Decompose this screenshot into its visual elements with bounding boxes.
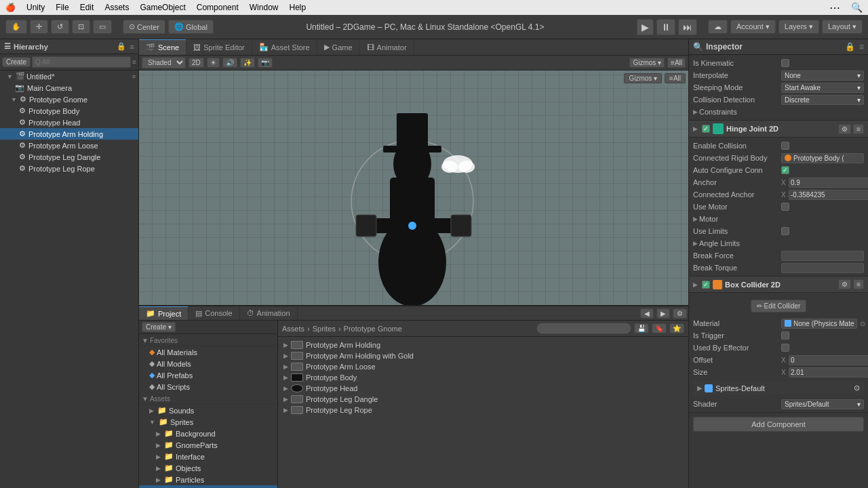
play-button[interactable]: ▶ — [637, 19, 654, 35]
tab-game[interactable]: ▶ Game — [317, 39, 360, 55]
hierarchy-item-body[interactable]: ⚙ Prototype Body — [0, 105, 138, 117]
offset-x-input[interactable] — [789, 355, 868, 365]
hierarchy-item-arm-loose[interactable]: ⚙ Prototype Arm Loose — [0, 140, 138, 151]
is-trigger-checkbox[interactable] — [781, 331, 789, 340]
conn-anchor-x-input[interactable] — [789, 190, 868, 200]
expand-bottom-btn[interactable]: ▶ — [656, 308, 670, 319]
tab-project[interactable]: 📁 Project — [139, 306, 189, 320]
lighting-toggle[interactable]: ☀ — [207, 58, 220, 68]
box-collider-enabled-checkbox[interactable] — [702, 281, 710, 289]
2d-toggle[interactable]: 2D — [189, 58, 204, 68]
motor-row[interactable]: ▶ Motor — [693, 213, 864, 225]
asset-save-btn[interactable]: 💾 — [634, 323, 649, 333]
asset-item-arm-loose[interactable]: ▶ Prototype Arm Loose — [281, 361, 686, 372]
step-button[interactable]: ⏭ — [678, 19, 697, 35]
all-prefabs-item[interactable]: ◆ All Prefabs — [139, 369, 277, 381]
breadcrumb-protognome[interactable]: Prototype Gnome — [344, 325, 402, 333]
gizmos-btn[interactable]: Gizmos ▾ — [629, 58, 665, 68]
auto-configure-checkbox[interactable] — [781, 166, 789, 174]
connected-body-value[interactable]: Prototype Body ( — [781, 153, 864, 163]
scene-view[interactable]: Gizmos ▾ ≡All — [139, 70, 688, 305]
breadcrumb-sprites[interactable]: Sprites — [313, 325, 336, 333]
size-x-input[interactable] — [789, 367, 868, 378]
background-folder[interactable]: ▶ 📁 Background — [139, 428, 277, 439]
box-collider-settings-btn[interactable]: ⚙ — [838, 279, 851, 289]
used-by-effector-checkbox[interactable] — [781, 344, 789, 352]
inspector-settings[interactable]: ≡ — [859, 42, 864, 52]
hinge-joint-header[interactable]: ▶ Hinge Joint 2D ⚙ ≡ — [689, 121, 868, 138]
menu-file[interactable]: File — [56, 3, 68, 12]
asset-search[interactable] — [536, 323, 631, 334]
menu-gameobject[interactable]: GameObject — [140, 3, 185, 12]
sounds-folder[interactable]: ▶ 📁 Sounds — [139, 405, 277, 416]
account-btn[interactable]: Account ▾ — [730, 20, 776, 34]
sprites-folder[interactable]: ▼ 📁 Sprites — [139, 416, 277, 428]
menu-search[interactable]: 🔍 — [851, 2, 863, 13]
hierarchy-options[interactable]: ≡ — [132, 58, 136, 66]
sleeping-mode-dropdown[interactable]: Start Awake ▾ — [781, 83, 864, 93]
fx-toggle[interactable]: ✨ — [240, 58, 255, 68]
angle-limits-row[interactable]: ▶ Angle Limits — [693, 237, 864, 249]
asset-item-head[interactable]: ▶ Prototype Head — [281, 383, 686, 394]
interpolate-dropdown[interactable]: None ▾ — [781, 70, 864, 81]
menu-assets[interactable]: Assets — [104, 3, 129, 12]
rotate-tool[interactable]: ↺ — [51, 20, 69, 34]
apple-menu[interactable]: 🍎 — [5, 3, 16, 12]
account-dropdown[interactable]: ☁ — [708, 20, 728, 34]
menu-more[interactable]: ⋯ — [829, 1, 840, 14]
tab-animator[interactable]: 🎞 Animator — [360, 39, 414, 55]
hierarchy-item-leg-rope[interactable]: ⚙ Prototype Leg Rope — [0, 163, 138, 174]
global-btn[interactable]: 🌐 Global — [168, 20, 214, 34]
menu-unity[interactable]: Unity — [26, 3, 45, 12]
interface-folder[interactable]: ▶ 📁 Interface — [139, 451, 277, 462]
move-tool[interactable]: ✛ — [30, 20, 48, 34]
box-collider-header[interactable]: ▶ Box Collider 2D ⚙ ≡ — [689, 277, 868, 293]
rect-tool[interactable]: ▭ — [93, 20, 112, 34]
constraints-row[interactable]: ▶ Constraints — [693, 106, 864, 118]
menu-window[interactable]: Window — [250, 3, 279, 12]
hierarchy-item-gnome[interactable]: ▼ ⚙ Prototype Gnome — [0, 94, 138, 105]
tab-sprite-editor[interactable]: 🖼 Sprite Editor — [186, 39, 252, 55]
gnomeparts-folder[interactable]: ▶ 📁 GnomeParts — [139, 439, 277, 451]
scale-tool[interactable]: ⊡ — [72, 20, 90, 34]
asset-star-btn[interactable]: ⭐ — [669, 323, 684, 333]
breadcrumb-assets[interactable]: Assets — [282, 325, 304, 333]
shaded-dropdown[interactable]: Shaded — [142, 57, 186, 68]
hierarchy-settings[interactable]: ≡ — [130, 43, 134, 51]
hierarchy-item-head[interactable]: ⚙ Prototype Head — [0, 117, 138, 128]
anchor-x-input[interactable] — [789, 178, 868, 188]
project-create-btn[interactable]: Create ▾ — [142, 322, 176, 332]
hierarchy-item-camera[interactable]: 📷 Main Camera — [0, 82, 138, 94]
audio-toggle[interactable]: 🔊 — [222, 58, 237, 68]
material-circle-btn[interactable]: ⊙ — [860, 320, 865, 327]
hierarchy-menu-icon[interactable]: ≡ — [132, 73, 136, 80]
menu-edit[interactable]: Edit — [80, 3, 94, 12]
favorites-section[interactable]: ▼ Favorites — [139, 336, 277, 346]
add-component-btn[interactable]: Add Component — [693, 417, 864, 432]
edit-collider-btn[interactable]: ✏ Edit Collider — [751, 300, 807, 312]
tab-scene[interactable]: 🎬 Scene — [139, 39, 186, 55]
objects-folder[interactable]: ▶ 📁 Objects — [139, 462, 277, 474]
menu-help[interactable]: Help — [289, 3, 306, 12]
inspector-lock[interactable]: 🔒 — [845, 42, 855, 52]
is-kinematic-checkbox[interactable] — [781, 59, 789, 67]
layout-btn[interactable]: Layout ▾ — [822, 20, 863, 34]
hierarchy-lock[interactable]: 🔒 — [117, 42, 126, 51]
settings-bottom-btn[interactable]: ⚙ — [673, 308, 687, 319]
hinge-settings-btn[interactable]: ⚙ — [838, 124, 851, 134]
asset-filter-btn[interactable]: 🔖 — [652, 323, 667, 333]
hierarchy-search[interactable] — [32, 56, 131, 68]
all-materials-item[interactable]: ◆ All Materials — [139, 346, 277, 358]
gizmos-dropdown[interactable]: Gizmos ▾ — [624, 73, 662, 83]
box-collider-context-btn[interactable]: ≡ — [853, 279, 864, 289]
all-scripts-item[interactable]: ◆ All Scripts — [139, 381, 277, 392]
collapse-btn[interactable]: ◀ — [640, 308, 654, 319]
hierarchy-item-leg-dangle[interactable]: ⚙ Prototype Leg Dangle — [0, 151, 138, 163]
asset-item-arm-holding[interactable]: ▶ Prototype Arm Holding — [281, 340, 686, 350]
use-motor-checkbox[interactable] — [781, 203, 789, 211]
particles-folder[interactable]: ▶ 📁 Particles — [139, 474, 277, 485]
pause-button[interactable]: ⏸ — [656, 19, 675, 35]
protognome-folder[interactable]: ▶ 📁 Prototype Gnome — [139, 485, 277, 488]
collision-detection-dropdown[interactable]: Discrete ▾ — [781, 95, 864, 105]
tab-animation[interactable]: ⏱ Animation — [240, 306, 298, 320]
